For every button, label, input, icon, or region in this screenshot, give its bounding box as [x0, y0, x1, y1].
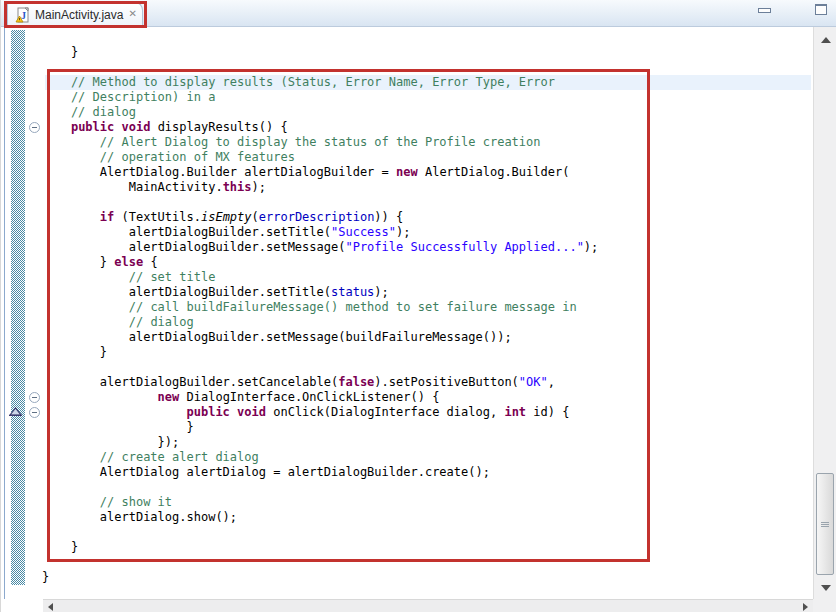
code-line[interactable]: // Method to display results (Status, Er… — [1, 75, 811, 90]
code-line[interactable]: // Description) in a — [1, 90, 811, 105]
tab-mainactivity-java[interactable]: J MainActivity.java ✕ — [7, 2, 143, 27]
code-line[interactable]: alertDialogBuilder.setTitle(status); — [1, 285, 811, 300]
scroll-down-icon[interactable] — [821, 585, 831, 591]
code-line[interactable] — [1, 195, 811, 210]
code-line[interactable]: } — [1, 420, 811, 435]
code-area[interactable]: } // Method to display results (Status, … — [1, 45, 811, 585]
code-line[interactable]: AlertDialog alertDialog = alertDialogBui… — [1, 465, 811, 480]
code-line[interactable]: alertDialogBuilder.setTitle("Success"); — [1, 225, 811, 240]
tab-close-icon[interactable]: ✕ — [129, 8, 137, 20]
code-line[interactable]: } — [1, 345, 811, 360]
vertical-scrollbar[interactable] — [813, 27, 836, 599]
minimize-icon[interactable] — [758, 8, 771, 13]
scrollbar-grip-icon — [821, 522, 829, 527]
code-line[interactable]: alertDialogBuilder.setMessage("Profile S… — [1, 240, 811, 255]
code-line[interactable]: public void onClick(DialogInterface dial… — [1, 405, 811, 420]
code-line[interactable]: // call buildFailureMessage() method to … — [1, 300, 811, 315]
scrollbar-corner — [813, 599, 836, 612]
code-line[interactable]: alertDialogBuilder.setMessage(buildFailu… — [1, 330, 811, 345]
code-line[interactable]: // dialog — [1, 315, 811, 330]
code-line[interactable]: AlertDialog.Builder alertDialogBuilder =… — [1, 165, 811, 180]
code-line[interactable]: } — [1, 570, 811, 585]
eclipse-editor-window: J MainActivity.java ✕ } // Method to dis… — [0, 0, 836, 612]
code-line[interactable] — [1, 480, 811, 495]
code-line[interactable]: }); — [1, 435, 811, 450]
code-line[interactable] — [1, 360, 811, 375]
vertical-scrollbar-thumb[interactable] — [816, 473, 834, 575]
maximize-icon[interactable] — [815, 4, 827, 15]
scroll-left-icon[interactable] — [48, 603, 53, 611]
code-line[interactable]: alertDialog.show(); — [1, 510, 811, 525]
code-line[interactable] — [1, 555, 811, 570]
code-line[interactable]: // set title — [1, 270, 811, 285]
code-line[interactable]: public void displayResults() { — [1, 120, 811, 135]
code-line[interactable]: } else { — [1, 255, 811, 270]
code-line[interactable]: new DialogInterface.OnClickListener() { — [1, 390, 811, 405]
code-line[interactable]: // create alert dialog — [1, 450, 811, 465]
code-line[interactable] — [1, 525, 811, 540]
code-line[interactable]: MainActivity.this); — [1, 180, 811, 195]
code-line[interactable]: } — [1, 540, 811, 555]
code-line[interactable]: // Alert Dialog to display the status of… — [1, 135, 811, 150]
tab-label: MainActivity.java — [35, 8, 123, 22]
code-line[interactable]: // dialog — [1, 105, 811, 120]
code-line[interactable]: if (TextUtils.isEmpty(errorDescription))… — [1, 210, 811, 225]
horizontal-scrollbar[interactable] — [43, 599, 813, 612]
code-line[interactable]: alertDialogBuilder.setCancelable(false).… — [1, 375, 811, 390]
scroll-right-icon[interactable] — [803, 603, 808, 611]
code-line[interactable]: // operation of MX features — [1, 150, 811, 165]
scroll-up-icon[interactable] — [821, 37, 831, 43]
java-file-warning-icon: J — [15, 7, 31, 23]
code-line[interactable] — [1, 60, 811, 75]
editor-tab-bar: J MainActivity.java ✕ — [1, 0, 836, 27]
code-line[interactable]: } — [1, 45, 811, 60]
code-line[interactable]: // show it — [1, 495, 811, 510]
